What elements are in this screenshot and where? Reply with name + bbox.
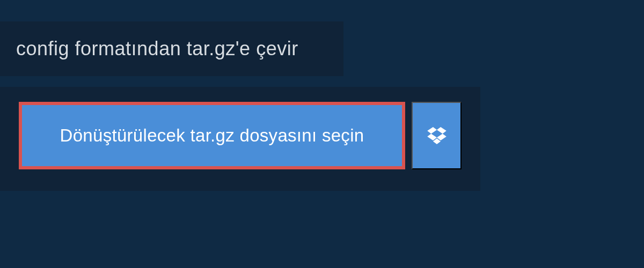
dropbox-icon [427, 127, 447, 144]
button-row: Dönüştürülecek tar.gz dosyasını seçin [19, 102, 462, 169]
dropbox-button[interactable] [412, 102, 462, 169]
select-file-button[interactable]: Dönüştürülecek tar.gz dosyasını seçin [19, 102, 405, 169]
content-panel: Dönüştürülecek tar.gz dosyasını seçin [0, 87, 480, 191]
page-title: config formatından tar.gz'e çevir [16, 38, 327, 60]
header-bar: config formatından tar.gz'e çevir [0, 21, 343, 76]
